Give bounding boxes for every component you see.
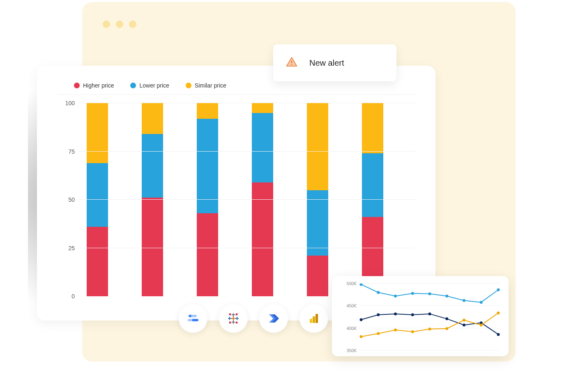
mini-line-point[interactable] (480, 324, 483, 327)
mini-line-point[interactable] (394, 329, 397, 332)
bar-segment (87, 103, 108, 163)
legend-item-lower[interactable]: Lower price (130, 82, 169, 89)
mini-line-point[interactable] (428, 292, 431, 295)
new-alert-card[interactable]: New alert (273, 44, 396, 81)
mini-line-point[interactable] (497, 288, 500, 291)
mini-line-point[interactable] (480, 301, 483, 304)
swatch-similar (186, 83, 191, 88)
gridline (78, 199, 415, 200)
legend-label: Lower price (139, 82, 169, 89)
svg-rect-0 (291, 60, 292, 63)
mini-line-point[interactable] (394, 312, 397, 315)
mini-line-point[interactable] (360, 335, 363, 338)
stacked-bar[interactable] (142, 103, 163, 296)
stacked-bar[interactable] (252, 103, 273, 296)
stacked-bar[interactable] (307, 103, 328, 296)
swatch-higher (74, 83, 80, 88)
window-dot (103, 21, 110, 28)
bar-segment (142, 103, 163, 134)
y-tick-label: 50 (68, 196, 75, 203)
swatch-lower (130, 83, 136, 88)
tableau-icon (226, 311, 240, 325)
mini-line-point[interactable] (463, 299, 465, 302)
power-bi-icon (308, 312, 320, 325)
y-tick-label: 75 (68, 148, 75, 155)
bar-segment (142, 134, 163, 198)
mini-y-tick-label: 450€ (347, 303, 357, 308)
bar-segment (197, 103, 218, 119)
legend-item-similar[interactable]: Similar price (186, 82, 226, 89)
y-tick-label: 100 (65, 100, 75, 106)
mini-line-point[interactable] (377, 314, 380, 316)
power-bi-logo[interactable] (299, 304, 328, 333)
svg-point-1 (291, 64, 292, 65)
mini-line-point[interactable] (463, 324, 465, 327)
price-trend-mini-chart: 350€400€450€500€ (332, 276, 509, 356)
stacked-bar[interactable] (87, 103, 108, 296)
mini-line-point[interactable] (394, 295, 397, 297)
legend-item-higher[interactable]: Higher price (74, 82, 114, 89)
svg-rect-5 (192, 319, 198, 321)
mini-y-tick-label: 350€ (347, 348, 357, 353)
chart-legend: Higher price Lower price Similar price (58, 82, 415, 95)
mini-line-point[interactable] (377, 332, 380, 335)
mini-line-point[interactable] (428, 312, 431, 315)
mini-line-point[interactable] (497, 333, 500, 336)
tableau-logo[interactable] (219, 304, 248, 333)
svg-rect-3 (191, 315, 197, 317)
stacked-bar[interactable] (197, 103, 218, 296)
legend-label: Similar price (195, 82, 226, 89)
bar-segment (197, 213, 218, 296)
svg-rect-4 (188, 319, 192, 321)
bar-segment (362, 153, 383, 217)
power-automate-icon (267, 311, 281, 325)
alert-label: New alert (309, 58, 344, 68)
bar-segment (307, 190, 328, 256)
gridline (78, 151, 415, 152)
bars-container (78, 103, 415, 296)
svg-rect-25 (313, 316, 315, 323)
mini-line-point[interactable] (445, 317, 448, 320)
mini-y-axis: 350€400€450€500€ (340, 284, 359, 350)
window-controls (103, 21, 136, 28)
looker-studio-icon (186, 311, 200, 325)
bar-segment (362, 103, 383, 153)
legend-label: Higher price (83, 82, 114, 89)
bar-segment (252, 113, 273, 182)
window-dot (116, 21, 123, 28)
stacked-bar[interactable] (362, 103, 383, 296)
mini-line-point[interactable] (445, 295, 448, 297)
bar-segment (87, 163, 108, 227)
svg-rect-26 (316, 314, 318, 323)
bar-segment (307, 256, 328, 296)
mini-line-point[interactable] (411, 292, 414, 295)
mini-y-tick-label: 400€ (347, 326, 357, 331)
svg-rect-24 (310, 319, 312, 323)
chart-body: 0255075100 (58, 103, 415, 296)
looker-studio-logo[interactable] (179, 304, 207, 333)
mini-plot-area (359, 284, 500, 350)
bar-segment (87, 227, 108, 296)
mini-line-point[interactable] (463, 319, 465, 322)
mini-line-point[interactable] (411, 314, 414, 316)
y-axis: 0255075100 (58, 103, 78, 296)
window-dot (129, 21, 136, 28)
mini-line-point[interactable] (360, 318, 363, 321)
bar-segment (307, 103, 328, 190)
integration-logos (179, 304, 328, 333)
gridline (78, 248, 415, 248)
gridline (78, 103, 415, 103)
bar-segment (142, 198, 163, 296)
power-automate-logo[interactable] (259, 304, 288, 333)
mini-line-point[interactable] (445, 327, 448, 330)
mini-line-svg (359, 284, 500, 350)
mini-line-point[interactable] (360, 284, 363, 286)
mini-line-point[interactable] (428, 327, 431, 330)
bar-segment (252, 103, 273, 113)
mini-line-point[interactable] (411, 330, 414, 333)
mini-line-point[interactable] (377, 291, 380, 294)
y-tick-label: 25 (68, 245, 75, 251)
mini-line-series (361, 313, 498, 337)
y-tick-label: 0 (71, 293, 75, 300)
mini-line-point[interactable] (497, 311, 500, 314)
